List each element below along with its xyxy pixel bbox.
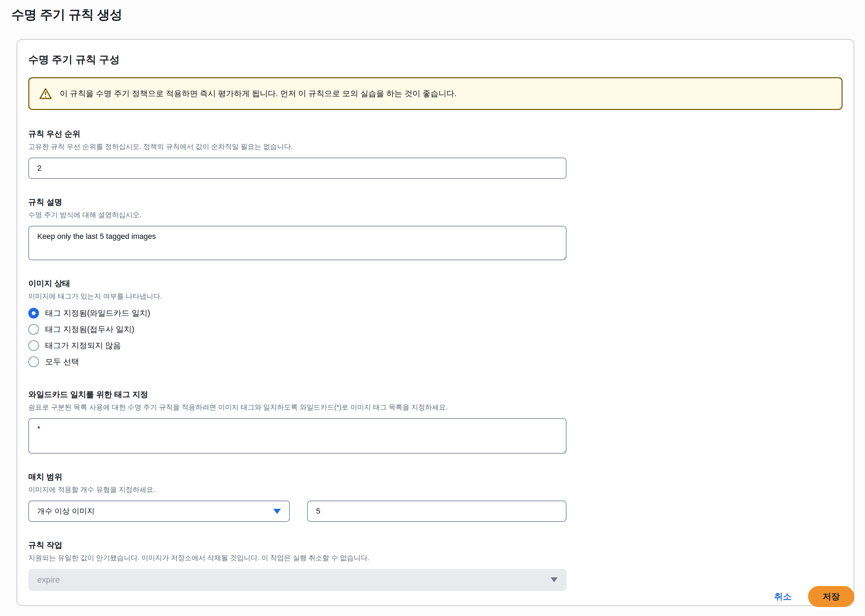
radio-unselected-icon[interactable] [28, 340, 39, 351]
rule-priority-label: 규칙 우선 순위 [28, 129, 842, 139]
wildcard-tags-textarea[interactable]: * [28, 418, 567, 454]
rule-description-hint: 수명 주기 방식에 대해 설명하십시오. [28, 210, 842, 220]
page-title: 수명 주기 규칙 생성 [11, 6, 122, 24]
rule-action-description: 지원되는 유일한 값이 만기됐습니다. 이미지가 저장소에서 삭제될 것입니다.… [28, 553, 842, 563]
rule-priority-field: 규칙 우선 순위 고유한 규칙 우선 순위를 정하십시오. 정책의 규칙에서 값… [28, 129, 842, 179]
count-type-select[interactable]: 개수 이상 이미지 [28, 501, 290, 522]
image-status-description: 이미지에 태그가 있는지 여부를 나타냅니다. [28, 292, 842, 301]
radio-selected-icon[interactable] [28, 308, 39, 319]
form-footer: 취소 저장 [17, 586, 854, 607]
radio-option-label: 태그 지정됨(와일드카드 일치) [45, 308, 150, 319]
match-scope-field: 매치 범위 이미지에 적용할 개수 유형을 지정하세요. 개수 이상 이미지 [28, 471, 842, 522]
image-status-field: 이미지 상태 이미지에 태그가 있는지 여부를 나타냅니다. 태그 지정됨(와일… [28, 278, 842, 370]
wildcard-tags-description: 쉼표로 구분된 목록 사용에 대한 수명 주기 규칙을 적용하려면 이미지 태그… [28, 402, 842, 412]
warning-triangle-icon [39, 88, 52, 100]
lifecycle-rule-config-panel: 수명 주기 규칙 구성 이 규칙을 수명 주기 정책으로 적용하면 즉시 평가하… [17, 39, 854, 606]
count-number-input[interactable] [307, 501, 567, 522]
radio-unselected-icon[interactable] [28, 357, 39, 367]
rule-action-selected-value: expire [37, 575, 60, 585]
rule-description-field: 규칙 설명 수명 주기 방식에 대해 설명하십시오. Keep only the… [28, 197, 842, 260]
radio-option-label: 태그가 지정되지 않음 [45, 340, 121, 351]
rule-action-label: 규칙 작업 [28, 540, 842, 550]
rule-description-textarea[interactable]: Keep only the last 5 tagged images [28, 226, 567, 260]
image-status-label: 이미지 상태 [28, 278, 842, 289]
create-lifecycle-rule-page: 수명 주기 규칙 생성 수명 주기 규칙 구성 이 규칙을 수명 주기 정책으로… [0, 0, 865, 616]
warning-text: 이 규칙을 수명 주기 정책으로 적용하면 즉시 평가하게 됩니다. 먼저 이 … [60, 88, 457, 99]
radio-option-label: 태그 지정됨(접두사 일치) [45, 324, 134, 335]
rule-priority-input[interactable] [28, 157, 567, 179]
wildcard-tags-field: 와일드카드 일치를 위한 태그 지정 쉼표로 구분된 목록 사용에 대한 수명 … [28, 389, 842, 454]
panel-title: 수명 주기 규칙 구성 [28, 53, 842, 67]
wildcard-tags-label: 와일드카드 일치를 위한 태그 지정 [28, 389, 842, 400]
rule-action-field: 규칙 작업 지원되는 유일한 값이 만기됐습니다. 이미지가 저장소에서 삭제될… [28, 540, 842, 591]
cancel-button[interactable]: 취소 [774, 591, 791, 602]
count-type-selected-value: 개수 이상 이미지 [37, 506, 95, 516]
rule-priority-description: 고유한 규칙 우선 순위를 정하십시오. 정책의 규칙에서 값이 순차적일 필요… [28, 142, 842, 151]
radio-option-any[interactable]: 모두 선택 [28, 354, 842, 370]
radio-option-tagged-wildcard[interactable]: 태그 지정됨(와일드카드 일치) [28, 305, 842, 321]
match-scope-description: 이미지에 적용할 개수 유형을 지정하세요. [28, 485, 842, 494]
radio-option-tagged-prefix[interactable]: 태그 지정됨(접두사 일치) [28, 321, 842, 338]
radio-option-untagged[interactable]: 태그가 지정되지 않음 [28, 338, 842, 354]
save-button[interactable]: 저장 [808, 586, 854, 607]
radio-unselected-icon[interactable] [28, 324, 39, 335]
chevron-down-icon [551, 577, 558, 582]
chevron-down-icon [273, 509, 281, 514]
match-scope-label: 매치 범위 [28, 471, 842, 482]
warning-banner: 이 규칙을 수명 주기 정책으로 적용하면 즉시 평가하게 됩니다. 먼저 이 … [28, 77, 843, 110]
rule-description-label: 규칙 설명 [28, 197, 842, 207]
radio-option-label: 모두 선택 [45, 357, 79, 367]
